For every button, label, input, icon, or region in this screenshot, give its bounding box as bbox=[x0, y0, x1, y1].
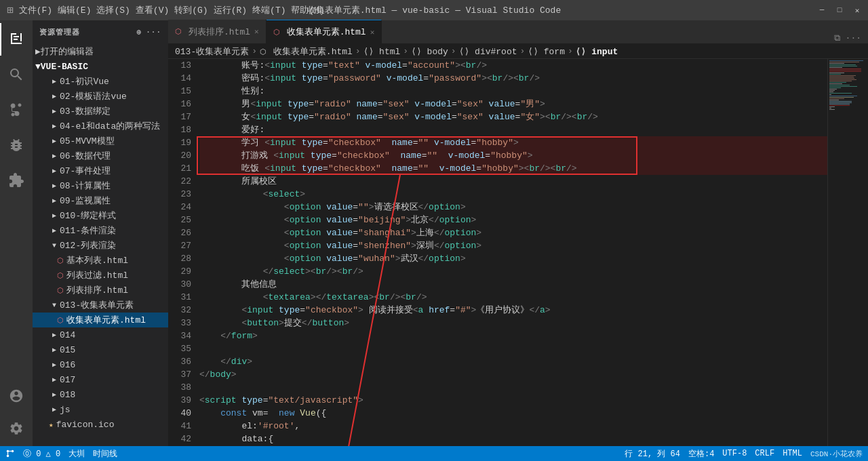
code-line-20: 打游戏 <input type="checkbox" name="" v-mod… bbox=[199, 149, 859, 162]
arrow-open-icon: ▼ bbox=[49, 302, 60, 309]
close-button[interactable]: ✕ bbox=[853, 6, 861, 14]
sidebar-item-011[interactable]: ▶ 011-条件渲染 bbox=[33, 223, 168, 238]
sidebar-item-06[interactable]: ▶ 06-数据代理 bbox=[33, 148, 168, 163]
sidebar-item-01[interactable]: ▶ 01-初识Vue bbox=[33, 74, 168, 89]
minimize-button[interactable]: ─ bbox=[818, 6, 826, 14]
html-file-icon: ⬡ bbox=[57, 271, 64, 280]
errors-warnings[interactable]: ⓪ 0 △ 0 bbox=[23, 448, 60, 460]
input-tag-icon: ⟨⟩ bbox=[576, 47, 587, 57]
activity-debug[interactable] bbox=[0, 129, 33, 161]
activity-source-control[interactable] bbox=[0, 94, 33, 126]
menu-file[interactable]: 文件(F) bbox=[19, 4, 52, 16]
sidebar-item-016[interactable]: ▶ 016 bbox=[33, 357, 168, 372]
sidebar-file-basic-list[interactable]: ⬡ 基本列表.html bbox=[33, 253, 168, 268]
language-mode[interactable]: HTML bbox=[783, 449, 802, 458]
indentation[interactable]: 空格:4 bbox=[688, 448, 714, 460]
arrow-icon: ▶ bbox=[49, 122, 60, 130]
sidebar-item-04[interactable]: ▶ 04-el和data的两种写法 bbox=[33, 119, 168, 134]
bc-form[interactable]: ⟨⟩ form bbox=[528, 46, 565, 57]
html-file-icon: ⬡ bbox=[260, 48, 267, 56]
code-area[interactable]: 账号:<input type="text" v-model="account">… bbox=[197, 59, 859, 446]
line-ending[interactable]: CRLF bbox=[755, 449, 774, 458]
menu-edit[interactable]: 编辑(E) bbox=[58, 4, 91, 16]
svg-point-9 bbox=[12, 450, 14, 453]
bc-file[interactable]: ⬡ 收集表单元素.html bbox=[260, 45, 353, 58]
sidebar-item-07[interactable]: ▶ 07-事件处理 bbox=[33, 163, 168, 178]
code-line-26: <option value="shanghai">上海</option> bbox=[199, 226, 859, 239]
activity-explorer[interactable] bbox=[0, 23, 33, 56]
sidebar-item-018[interactable]: ▶ 018 bbox=[33, 387, 168, 402]
sidebar-item-vue-basic[interactable]: ▼ VUE-BASIC bbox=[33, 59, 168, 74]
code-line-16: 男<input type="radio" name="sex" v-model=… bbox=[199, 98, 859, 111]
sidebar-item-015[interactable]: ▶ 015 bbox=[33, 342, 168, 357]
activity-account[interactable] bbox=[0, 381, 33, 411]
sidebar-file-collect-form[interactable]: ⬡ 收集表单元素.html bbox=[33, 313, 168, 327]
menu-terminal[interactable]: 终端(T) bbox=[252, 4, 285, 16]
arrow-icon: ▶ bbox=[49, 346, 60, 354]
sidebar-more-icon[interactable]: ··· bbox=[146, 28, 161, 37]
sidebar-header: 资源管理器 ⊕ ··· bbox=[33, 20, 168, 44]
sidebar-item-03[interactable]: ▶ 03-数据绑定 bbox=[33, 104, 168, 119]
sidebar-item-014[interactable]: ▶ 014 bbox=[33, 327, 168, 342]
sidebar-item-012[interactable]: ▼ 012-列表渲染 bbox=[33, 238, 168, 253]
menu-goto[interactable]: 转到(G) bbox=[174, 4, 208, 16]
encoding[interactable]: UTF-8 bbox=[722, 449, 747, 458]
label: 017 bbox=[60, 375, 75, 385]
bc-body[interactable]: ⟨⟩ body bbox=[411, 46, 448, 57]
nav-bottom-1[interactable]: 大圳 bbox=[68, 448, 85, 460]
sidebar-file-list-sort[interactable]: ⬡ 列表排序.html bbox=[33, 283, 168, 298]
sidebar-item-010[interactable]: ▶ 010-绑定样式 bbox=[33, 208, 168, 223]
label: 列表排序.html bbox=[66, 284, 128, 296]
sidebar-file-list-filter[interactable]: ⬡ 列表过滤.html bbox=[33, 268, 168, 283]
sidebar-item-017[interactable]: ▶ 017 bbox=[33, 372, 168, 387]
menu-view[interactable]: 查看(V) bbox=[136, 4, 169, 16]
activity-extensions[interactable] bbox=[0, 164, 33, 197]
tab-close-icon[interactable]: ✕ bbox=[370, 28, 375, 37]
bc-folder[interactable]: 013-收集表单元素 bbox=[175, 45, 249, 58]
sidebar-item-open-editors[interactable]: ▶ 打开的编辑器 bbox=[33, 44, 168, 59]
activity-settings[interactable] bbox=[0, 414, 33, 443]
sidebar-item-05[interactable]: ▶ 05-MVVM模型 bbox=[33, 134, 168, 148]
bc-html[interactable]: ⟨⟩ html bbox=[363, 46, 401, 57]
label: favicon.ico bbox=[56, 420, 115, 430]
tab-collect-form[interactable]: ⬡ 收集表单元素.html ✕ bbox=[267, 20, 382, 43]
bc-sep3: › bbox=[403, 46, 408, 56]
tab-close-icon[interactable]: ✕ bbox=[254, 27, 259, 36]
tab-list-sort[interactable]: ⬡ 列表排序.html ✕ bbox=[168, 20, 267, 43]
code-line-14: 密码:<input type="password" v-model="passw… bbox=[199, 72, 859, 85]
titlebar-left: ⊞ 文件(F) 编辑(E) 选择(S) 查看(V) 转到(G) 运行(R) 终端… bbox=[7, 3, 325, 17]
more-actions-icon[interactable]: ··· bbox=[846, 33, 861, 43]
line-num-40: 40 bbox=[168, 407, 191, 420]
line-num-39: 39 bbox=[168, 394, 191, 407]
label: 06-数据代理 bbox=[60, 150, 111, 162]
menu-run[interactable]: 运行(R) bbox=[214, 4, 247, 16]
sidebar-new-file-icon[interactable]: ⊕ bbox=[137, 28, 142, 37]
arrow-icon: ▶ bbox=[49, 226, 60, 235]
arrow-icon: ▶ bbox=[49, 182, 60, 190]
tabs-bar: ⬡ 列表排序.html ✕ ⬡ 收集表单元素.html ✕ ⧉ ··· bbox=[168, 20, 868, 44]
sidebar-item-02[interactable]: ▶ 02-模板语法vue bbox=[33, 89, 168, 104]
split-editor-icon[interactable]: ⧉ bbox=[834, 33, 840, 43]
maximize-button[interactable]: □ bbox=[835, 6, 844, 14]
arrow-icon: ▶ bbox=[49, 167, 60, 175]
tab-label: 列表排序.html bbox=[189, 26, 250, 38]
sidebar-item-08[interactable]: ▶ 08-计算属性 bbox=[33, 178, 168, 193]
favicon-icon: ★ bbox=[49, 420, 54, 429]
label: 基本列表.html bbox=[66, 254, 128, 266]
sidebar-item-013[interactable]: ▼ 013-收集表单元素 bbox=[33, 298, 168, 313]
bc-divroot[interactable]: ⟨⟩ div#root bbox=[459, 46, 517, 57]
svg-rect-4 bbox=[14, 36, 19, 37]
git-branch[interactable] bbox=[5, 449, 15, 458]
code-line-42: data:{ bbox=[199, 433, 859, 445]
sidebar-file-favicon[interactable]: ★ favicon.ico bbox=[33, 417, 168, 432]
activity-bottom bbox=[0, 381, 33, 446]
cursor-pos[interactable]: 行 21, 列 64 bbox=[625, 448, 680, 460]
nav-bottom-2[interactable]: 时间线 bbox=[93, 448, 117, 460]
sidebar-item-09[interactable]: ▶ 09-监视属性 bbox=[33, 193, 168, 208]
bc-input[interactable]: ⟨⟩ input bbox=[576, 46, 618, 57]
html-icon: ⬡ bbox=[273, 28, 280, 37]
menu-select[interactable]: 选择(S) bbox=[96, 4, 130, 16]
activity-search[interactable] bbox=[0, 58, 33, 91]
sidebar-item-js[interactable]: ▶ js bbox=[33, 402, 168, 417]
bc-sep4: › bbox=[451, 46, 456, 56]
